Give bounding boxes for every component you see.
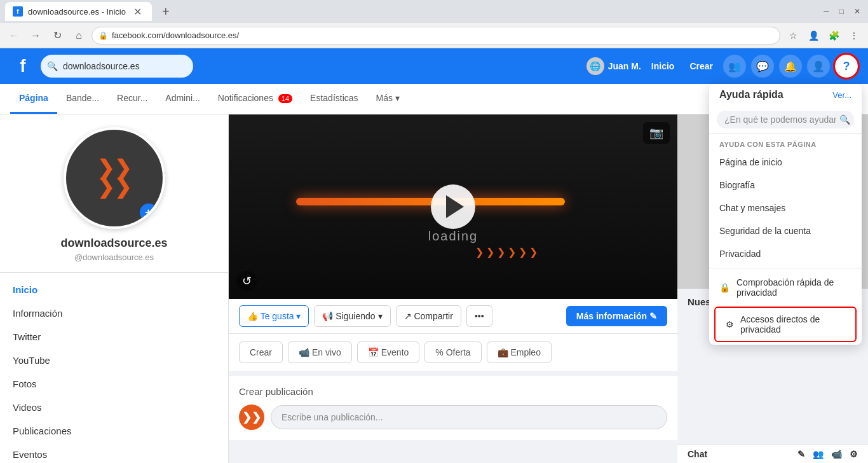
dropdown-search-icon: 🔍 bbox=[839, 114, 850, 125]
post-actions-bar: Crear 📹 En vivo 📅 Evento % Oferta 💼 Empl… bbox=[229, 334, 677, 376]
dropdown-privacy-check[interactable]: 🔒 Comprobación rápida de privacidad bbox=[709, 271, 862, 304]
job-btn[interactable]: 💼 Empleo bbox=[487, 342, 552, 363]
live-btn[interactable]: 📹 En vivo bbox=[288, 342, 352, 363]
profile-icon[interactable]: 👤 bbox=[804, 27, 822, 45]
sidebar-item-fotos[interactable]: Fotos bbox=[0, 372, 228, 396]
close-btn[interactable]: ✕ bbox=[854, 7, 860, 16]
home-btn[interactable]: ⌂ bbox=[70, 27, 88, 45]
chat-compose-icon[interactable]: ✎ bbox=[797, 449, 805, 459]
dropdown-section-title: AYUDA CON ESTA PÁGINA bbox=[709, 134, 862, 151]
dropdown-header-title: Ayuda rápida bbox=[719, 89, 783, 100]
more-btn[interactable]: ••• bbox=[466, 305, 492, 327]
fb-user-avatar: 🌐 bbox=[587, 57, 604, 75]
page-nav-mas[interactable]: Más ▾ bbox=[367, 84, 409, 114]
page-nav-pagina[interactable]: Página bbox=[10, 84, 57, 114]
lock-icon-small: 🔒 bbox=[719, 282, 730, 293]
play-triangle bbox=[446, 195, 464, 218]
tab-close-btn[interactable]: ✕ bbox=[131, 4, 144, 19]
fb-content: loading ❯ ❯ ❯ ❯ ❯ ❯ 📷 ↺ 👍 Te gusta ▾ 📢 S… bbox=[229, 114, 677, 463]
browser-tab[interactable]: f downloadsource.es - Inicio ✕ bbox=[5, 2, 152, 21]
refresh-btn[interactable]: ↻ bbox=[48, 27, 66, 45]
dropdown-privacy-shortcuts-label: Accesos directos de privacidad bbox=[740, 314, 845, 335]
maximize-btn[interactable]: □ bbox=[839, 7, 844, 16]
fb-sidebar: ❯❯ ❯❯ + downloadsource.es @downloadsourc… bbox=[0, 114, 229, 463]
sidebar-item-youtube[interactable]: YouTube bbox=[0, 349, 228, 372]
sidebar-item-publicaciones[interactable]: Publicaciones bbox=[0, 419, 228, 443]
following-btn[interactable]: 📢 Siguiendo ▾ bbox=[314, 305, 390, 327]
messenger-icon: 💬 bbox=[756, 60, 769, 73]
dropdown-search-input[interactable] bbox=[724, 114, 836, 125]
post-avatar-img: ❯❯ bbox=[239, 404, 264, 430]
menu-icon[interactable]: ⋮ bbox=[845, 27, 863, 45]
sidebar-item-informacion[interactable]: Información bbox=[0, 301, 228, 325]
fb-messenger-btn[interactable]: 💬 bbox=[751, 55, 774, 78]
post-avatar: ❯❯ bbox=[239, 404, 264, 430]
fb-nav-crear[interactable]: Crear bbox=[684, 61, 718, 71]
dropdown-item-biografia[interactable]: Biografía bbox=[709, 174, 862, 197]
share-btn[interactable]: ↗ Compartir bbox=[396, 305, 461, 327]
page-nav-recur[interactable]: Recur... bbox=[108, 84, 156, 114]
event-btn[interactable]: 📅 Evento bbox=[357, 342, 419, 363]
cover-camera-btn[interactable]: 📷 bbox=[643, 122, 670, 144]
loading-arrows: ❯ ❯ ❯ ❯ ❯ ❯ bbox=[475, 246, 538, 258]
fb-help-btn[interactable]: ? bbox=[835, 55, 858, 78]
bookmark-icon[interactable]: ☆ bbox=[784, 27, 802, 45]
sidebar-item-videos[interactable]: Videos bbox=[0, 396, 228, 419]
people-icon: 👤 bbox=[812, 60, 825, 73]
fb-friends-btn[interactable]: 👥 bbox=[723, 55, 746, 78]
page-nav-estadisticas[interactable]: Estadísticas bbox=[301, 84, 367, 114]
dropdown-search-box[interactable]: 🔍 bbox=[717, 111, 854, 128]
loading-text: loading bbox=[428, 229, 478, 244]
chat-video-icon[interactable]: 📹 bbox=[831, 449, 842, 459]
minimize-btn[interactable]: ─ bbox=[824, 7, 829, 16]
dropdown-item-seguridad[interactable]: Seguridad de la cuenta bbox=[709, 219, 862, 242]
dropdown-item-privacidad[interactable]: Privacidad bbox=[709, 242, 862, 265]
tab-favicon: f bbox=[13, 6, 23, 17]
sidebar-item-inicio[interactable]: Inicio bbox=[0, 278, 228, 301]
extensions-icon[interactable]: 🧩 bbox=[825, 27, 843, 45]
lock-icon: 🔒 bbox=[98, 31, 108, 40]
profile-avatar: ❯❯ ❯❯ + bbox=[64, 127, 165, 229]
address-text: facebook.com/downloadsource.es/ bbox=[112, 31, 773, 40]
post-section: Crear publicación ❯❯ Escribe una publica… bbox=[229, 376, 677, 440]
page-nav-bande[interactable]: Bande... bbox=[57, 84, 108, 114]
play-btn[interactable] bbox=[431, 184, 475, 229]
notif-badge: 14 bbox=[278, 94, 292, 103]
fb-notifications-btn[interactable]: 🔔 bbox=[779, 55, 802, 78]
fb-search-icon: 🔍 bbox=[47, 61, 58, 71]
profile-section: ❯❯ ❯❯ + downloadsource.es @downloadsourc… bbox=[0, 114, 228, 273]
offer-btn[interactable]: % Oferta bbox=[424, 342, 481, 363]
dropdown-privacy-shortcuts[interactable]: ⚙ Accesos directos de privacidad bbox=[714, 307, 857, 342]
like-btn[interactable]: 👍 Te gusta ▾ bbox=[239, 305, 309, 327]
new-tab-btn[interactable]: + bbox=[157, 3, 175, 20]
sidebar-item-twitter[interactable]: Twitter bbox=[0, 325, 228, 349]
replay-btn[interactable]: ↺ bbox=[236, 271, 257, 291]
chat-group-icon[interactable]: 👥 bbox=[813, 449, 824, 459]
dropdown-search: 🔍 bbox=[709, 106, 862, 134]
fb-search-input[interactable] bbox=[63, 61, 177, 71]
bell-icon: 🔔 bbox=[784, 60, 797, 73]
dropdown-header-link[interactable]: Ver... bbox=[832, 90, 851, 100]
help-dropdown: Ayuda rápida Ver... 🔍 AYUDA CON ESTA PÁG… bbox=[709, 84, 862, 345]
chevron-2: ❯❯ bbox=[97, 179, 132, 196]
dropdown-item-inicio[interactable]: Página de inicio bbox=[709, 151, 862, 174]
page-nav-notif[interactable]: Notificaciones 14 bbox=[209, 84, 301, 114]
forward-btn[interactable]: → bbox=[27, 27, 44, 45]
chat-settings-icon[interactable]: ⚙ bbox=[850, 449, 858, 459]
post-input[interactable]: Escribe una publicación... bbox=[271, 405, 667, 429]
fb-people-btn[interactable]: 👤 bbox=[807, 55, 830, 78]
back-btn[interactable]: ← bbox=[5, 27, 23, 45]
dropdown-item-chat[interactable]: Chat y mensajes bbox=[709, 197, 862, 219]
fb-search-bar[interactable]: 🔍 bbox=[41, 55, 193, 78]
more-info-btn[interactable]: Más información ✎ bbox=[566, 306, 667, 326]
page-nav-admini[interactable]: Admini... bbox=[156, 84, 208, 114]
fb-header-right: 🌐 Juan M. Inicio Crear 👥 💬 🔔 👤 ? bbox=[587, 55, 858, 78]
post-input-area: ❯❯ Escribe una publicación... bbox=[239, 404, 667, 430]
fb-nav-inicio[interactable]: Inicio bbox=[646, 61, 680, 71]
sidebar-item-eventos[interactable]: Eventos bbox=[0, 443, 228, 463]
profile-add-btn[interactable]: + bbox=[140, 204, 158, 221]
create-btn[interactable]: Crear bbox=[239, 342, 283, 363]
sidebar-nav: Inicio Información Twitter YouTube Fotos… bbox=[0, 273, 228, 463]
address-bar[interactable]: 🔒 facebook.com/downloadsource.es/ bbox=[92, 27, 780, 45]
fb-user-profile[interactable]: 🌐 Juan M. bbox=[587, 57, 641, 75]
